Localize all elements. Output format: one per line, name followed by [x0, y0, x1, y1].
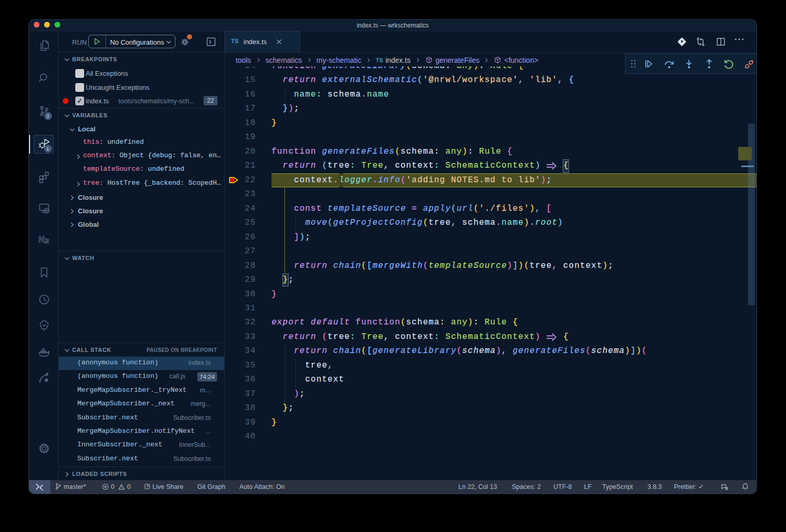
svg-text:N: N [38, 235, 45, 244]
svg-text:≥: ≥ [45, 236, 49, 244]
